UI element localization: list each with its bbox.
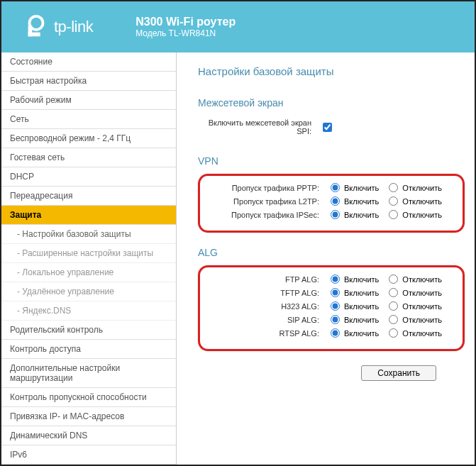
sidebar-item-ddns[interactable]: Динамический DNS (1, 426, 176, 445)
rtsp-disable-label: Отключить (402, 329, 442, 338)
product-name: N300 Wi-Fi роутер (135, 16, 236, 28)
ipsec-row: Пропуск трафика IPSec: Включить Отключит… (206, 210, 457, 219)
ftp-label: FTP ALG: (206, 275, 326, 284)
sidebar-item-ipv6[interactable]: IPv6 (1, 445, 176, 465)
sip-disable-radio[interactable] (389, 315, 398, 324)
l2tp-disable-label: Отключить (402, 197, 442, 206)
l2tp-disable-radio[interactable] (389, 196, 398, 206)
ipsec-label: Пропуск трафика IPSec: (206, 211, 326, 219)
sidebar-item-access-control[interactable]: Контроль доступа (1, 340, 176, 359)
l2tp-enable-label: Включить (344, 197, 379, 206)
tftp-disable-radio[interactable] (389, 288, 398, 297)
ipsec-enable-radio[interactable] (331, 210, 340, 219)
pptp-row: Пропуск трафика PPTP: Включить Отключить (206, 183, 457, 192)
brand-text: tp-link (54, 18, 93, 36)
alg-highlight: FTP ALG: Включить Отключить TFTP ALG: Вк… (198, 265, 465, 351)
sidebar-item-security[interactable]: Защита (1, 206, 176, 225)
l2tp-label: Пропуск трафика L2TP: (206, 197, 326, 206)
ftp-disable-radio[interactable] (389, 274, 398, 284)
sidebar-item-forwarding[interactable]: Переадресация (1, 187, 176, 206)
content: Настройки базовой защиты Межсетевой экра… (177, 52, 475, 465)
ipsec-disable-radio[interactable] (389, 210, 398, 219)
h323-row: H323 ALG: Включить Отключить (206, 301, 457, 311)
rtsp-row: RTSP ALG: Включить Отключить (206, 328, 457, 338)
sip-enable-radio[interactable] (331, 315, 340, 324)
spi-row: Включить межсетевой экран SPI: (198, 118, 465, 135)
sidebar-item-dhcp[interactable]: DHCP (1, 167, 176, 187)
h323-enable-label: Включить (344, 302, 379, 311)
save-button[interactable]: Сохранить (361, 365, 436, 381)
sip-row: SIP ALG: Включить Отключить (206, 315, 457, 324)
svg-rect-2 (28, 33, 40, 37)
sidebar-item-quick-setup[interactable]: Быстрая настройка (1, 72, 176, 91)
pptp-disable-radio[interactable] (389, 183, 398, 192)
pptp-disable-label: Отключить (402, 184, 442, 192)
rtsp-enable-radio[interactable] (331, 328, 340, 338)
sidebar-sub-advanced-security[interactable]: - Расширенные настройки защиты (1, 244, 176, 263)
sidebar-item-ip-mac[interactable]: Привязка IP- и MAC-адресов (1, 407, 176, 426)
ftp-enable-label: Включить (344, 275, 379, 284)
sip-enable-label: Включить (344, 316, 379, 324)
tftp-enable-label: Включить (344, 289, 379, 297)
pptp-label: Пропуск трафика PPTP: (206, 184, 326, 192)
tftp-row: TFTP ALG: Включить Отключить (206, 288, 457, 297)
logo: tp-link (23, 13, 93, 40)
sidebar-item-wireless[interactable]: Беспроводной режим - 2,4 ГГц (1, 129, 176, 148)
ipsec-disable-label: Отключить (402, 211, 442, 219)
vpn-highlight: Пропуск трафика PPTP: Включить Отключить… (198, 174, 465, 233)
sidebar-item-mode[interactable]: Рабочий режим (1, 91, 176, 110)
ipsec-enable-label: Включить (344, 211, 379, 219)
sidebar-item-bandwidth[interactable]: Контроль пропускной способности (1, 388, 176, 407)
vpn-title: VPN (198, 155, 465, 167)
sidebar-sub-basic-security[interactable]: - Настройки базовой защиты (1, 225, 176, 244)
spi-checkbox[interactable] (323, 123, 332, 132)
model-name: Модель TL-WR841N (135, 28, 236, 38)
pptp-enable-radio[interactable] (331, 183, 340, 192)
rtsp-disable-radio[interactable] (389, 328, 398, 338)
header: tp-link N300 Wi-Fi роутер Модель TL-WR84… (1, 1, 475, 52)
h323-disable-label: Отключить (402, 302, 442, 311)
tftp-disable-label: Отключить (402, 289, 442, 297)
rtsp-label: RTSP ALG: (206, 329, 326, 338)
h323-enable-radio[interactable] (331, 301, 340, 311)
alg-title: ALG (198, 247, 465, 258)
sidebar-sub-yandex-dns[interactable]: - Яндекс.DNS (1, 301, 176, 321)
sidebar-sub-local-mgmt[interactable]: - Локальное управление (1, 263, 176, 282)
h323-label: H323 ALG: (206, 302, 326, 311)
tplink-logo-icon (23, 13, 50, 40)
page-title: Настройки базовой защиты (198, 65, 465, 77)
sidebar-item-guest[interactable]: Гостевая сеть (1, 148, 176, 167)
header-title: N300 Wi-Fi роутер Модель TL-WR841N (135, 16, 236, 38)
rtsp-enable-label: Включить (344, 329, 379, 338)
ftp-enable-radio[interactable] (331, 274, 340, 284)
sidebar: Состояние Быстрая настройка Рабочий режи… (1, 52, 177, 465)
spi-label: Включить межсетевой экран SPI: (198, 118, 319, 135)
sidebar-item-network[interactable]: Сеть (1, 110, 176, 129)
firewall-title: Межсетевой экран (198, 97, 465, 109)
tftp-label: TFTP ALG: (206, 289, 326, 297)
l2tp-row: Пропуск трафика L2TP: Включить Отключить (206, 196, 457, 206)
ftp-disable-label: Отключить (402, 275, 442, 284)
tftp-enable-radio[interactable] (331, 288, 340, 297)
h323-disable-radio[interactable] (389, 301, 398, 311)
sip-disable-label: Отключить (402, 316, 442, 324)
sidebar-item-routing[interactable]: Дополнительные настройки маршрутизации (1, 359, 176, 388)
pptp-enable-label: Включить (344, 184, 379, 192)
sidebar-item-status[interactable]: Состояние (1, 52, 176, 72)
sidebar-item-parental[interactable]: Родительский контроль (1, 321, 176, 340)
sip-label: SIP ALG: (206, 316, 326, 324)
ftp-row: FTP ALG: Включить Отключить (206, 274, 457, 284)
l2tp-enable-radio[interactable] (331, 196, 340, 206)
sidebar-sub-remote-mgmt[interactable]: - Удалённое управление (1, 282, 176, 301)
